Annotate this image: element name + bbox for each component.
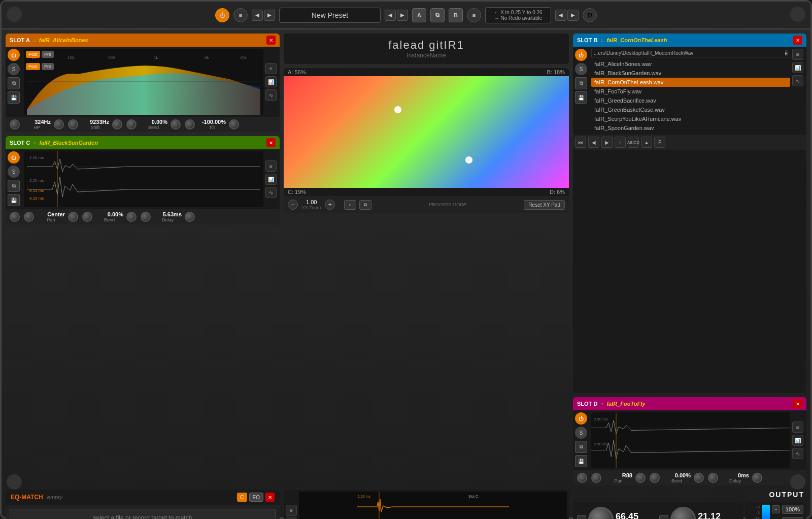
power-button[interactable]: ⏻	[215, 8, 229, 22]
slot-a-hp-knob-2[interactable]	[54, 119, 64, 129]
slot-c-chart-btn[interactable]: 📊	[265, 174, 277, 185]
roughness-minus-btn[interactable]: −	[577, 515, 586, 519]
slot-b-fill-btn[interactable]: ▲	[641, 137, 652, 148]
slot-a-bend-knob-2[interactable]	[171, 119, 181, 129]
slot-b-wave-btn[interactable]: ∿	[792, 75, 803, 86]
gear-button[interactable]: ⚙	[583, 8, 597, 22]
slot-d-pan-knob-l[interactable]	[591, 473, 601, 483]
slot-c-wave-btn[interactable]: ∿	[265, 187, 277, 198]
slot-b-delete-button[interactable]: ✕	[793, 36, 802, 45]
slot-d-bend-knob-l[interactable]	[650, 473, 660, 483]
xy-zoom-minus[interactable]: −	[288, 200, 298, 210]
slot-c-pan-knob-r[interactable]	[68, 212, 78, 222]
xy-dot-top[interactable]	[394, 106, 401, 113]
slot-d-delay-knob-l[interactable]	[708, 473, 718, 483]
slot-b-copy-button[interactable]: ⧉	[575, 77, 587, 89]
next-btn-2[interactable]: ▶	[397, 10, 408, 21]
slot-a-bend-knob[interactable]	[126, 119, 137, 129]
slot-c-menu-btn[interactable]: ≡	[265, 160, 277, 172]
next-preset-button[interactable]: ▶	[264, 10, 275, 21]
file-item-3[interactable]: faIR_FooToFly.wav	[591, 87, 790, 96]
wf-menu-btn[interactable]: ≡	[286, 505, 297, 516]
slot-c-bend-knob-r[interactable]	[126, 212, 137, 222]
slot-a-s-button[interactable]: S	[8, 63, 20, 75]
slot-b-home-btn[interactable]: ⌂	[615, 137, 626, 148]
file-item-0[interactable]: faIR_AliceInBones.wav	[591, 59, 790, 69]
slot-c-delay-knob-l[interactable]	[141, 212, 151, 222]
slot-c-s-button[interactable]: S	[8, 166, 20, 178]
slot-c-phase-knob[interactable]	[10, 212, 20, 222]
vol-minus-btn[interactable]: −	[772, 505, 780, 513]
roughness-knob[interactable]	[588, 507, 614, 519]
slot-a-freq-knob-2[interactable]	[112, 119, 122, 129]
file-item-1[interactable]: faIR_BlackSunGarden.wav	[591, 69, 790, 78]
xy-zoom-plus[interactable]: +	[325, 200, 335, 210]
file-item-5[interactable]: faIR_GreenBasketCase.wav	[591, 105, 790, 114]
slot-b-s-button[interactable]: S	[575, 63, 587, 75]
copy-button[interactable]: ⧉	[430, 8, 445, 22]
slot-c-delete-button[interactable]: ✕	[266, 138, 276, 147]
slot-d-menu-btn[interactable]: ≡	[792, 421, 803, 433]
slot-a-chart-btn[interactable]: 📊	[265, 76, 277, 87]
slot-a-wave-btn[interactable]: ∿	[265, 89, 277, 101]
menu-button[interactable]: ≡	[233, 8, 248, 22]
slot-b-path-expand[interactable]: ▸	[785, 50, 788, 56]
slot-c-power-button[interactable]: ⏻	[8, 151, 20, 164]
file-item-6[interactable]: faIR_ScorpYouLikeAHurricane.wav	[591, 114, 790, 123]
slot-b-save-button[interactable]: 💾	[575, 91, 587, 104]
slot-b-menu-btn[interactable]: ≡	[792, 49, 803, 60]
slot-a-pre-button-2[interactable]: Pre	[42, 63, 54, 70]
slot-b-next-btn[interactable]: ▶	[601, 137, 613, 148]
a-button[interactable]: A	[412, 8, 426, 22]
slot-c-bend-knob-l[interactable]	[82, 212, 92, 222]
eq-match-eq-btn[interactable]: EQ	[249, 493, 263, 502]
slot-b-f-btn[interactable]: F	[654, 137, 665, 148]
slot-b-power-button[interactable]: ⏻	[575, 49, 587, 61]
character-minus-btn[interactable]: −	[659, 515, 668, 519]
slot-a-freq-knob[interactable]	[68, 119, 78, 129]
xy-dot-bottom[interactable]	[465, 156, 472, 164]
xy-pad[interactable]	[284, 76, 569, 188]
slot-b-back-btn[interactable]: ⏮	[575, 137, 586, 148]
reset-xy-pad-button[interactable]: Reset XY Pad	[524, 200, 565, 210]
slot-d-copy-button[interactable]: ⧉	[575, 441, 587, 453]
slot-c-copy-button[interactable]: ⧉	[8, 180, 20, 192]
file-item-4[interactable]: faIR_GreedSacrifice.wav	[591, 96, 790, 105]
slot-a-pre-button[interactable]: Pre	[42, 51, 54, 58]
slot-a-tilt-knob-2[interactable]	[229, 119, 239, 129]
slot-a-delete-button[interactable]: ✕	[266, 36, 276, 45]
prev-btn-2[interactable]: ◀	[385, 10, 396, 21]
file-item-2[interactable]: faIR_CornOnTheLeash.wav	[591, 78, 790, 87]
slot-d-power-button[interactable]: ⏻	[575, 412, 587, 425]
prev-btn-3[interactable]: ◀	[555, 10, 566, 21]
eq-match-delete-button[interactable]: ✕	[265, 493, 275, 502]
slot-a-hp-knob[interactable]	[10, 119, 20, 129]
slot-c-delay-knob-r[interactable]	[185, 212, 195, 222]
slot-a-power-button[interactable]: ⏻	[8, 49, 20, 61]
menu-button-2[interactable]: ≡	[467, 8, 481, 22]
process-mode-btn-2[interactable]: ⧉	[359, 200, 371, 210]
slot-a-tilt-knob[interactable]	[185, 119, 195, 129]
slot-c-save-button[interactable]: 💾	[8, 194, 20, 206]
slot-d-phase-knob[interactable]	[577, 473, 587, 483]
slot-a-menu-btn[interactable]: ≡	[265, 63, 277, 74]
slot-c-pan-knob-l[interactable]	[24, 212, 34, 222]
slot-d-delay-knob-r[interactable]	[752, 473, 762, 483]
slot-d-pan-knob-r[interactable]	[635, 473, 646, 483]
slot-d-delete-button[interactable]: ✕	[793, 399, 802, 408]
slot-a-copy-button[interactable]: ⧉	[8, 77, 20, 89]
slot-b-chart-btn[interactable]: 📊	[792, 62, 803, 73]
b-button[interactable]: B	[449, 8, 463, 22]
prev-preset-button[interactable]: ◀	[252, 10, 263, 21]
slot-a-post-button-2[interactable]: Post	[26, 63, 40, 70]
slot-d-s-button[interactable]: S	[575, 427, 587, 439]
slot-b-abcd-btn[interactable]: AB/CD	[628, 137, 639, 148]
eq-match-c-btn[interactable]: C	[237, 493, 247, 502]
slot-a-save-button[interactable]: 💾	[8, 91, 20, 104]
character-knob[interactable]	[670, 507, 696, 519]
slot-d-wave-btn[interactable]: ∿	[792, 448, 803, 459]
next-btn-3[interactable]: ▶	[567, 10, 579, 21]
slot-d-chart-btn[interactable]: 📊	[792, 435, 803, 446]
slot-b-prev-btn[interactable]: ◀	[588, 137, 599, 148]
file-item-7[interactable]: faIR_SpoonGarden.wav	[591, 123, 790, 133]
